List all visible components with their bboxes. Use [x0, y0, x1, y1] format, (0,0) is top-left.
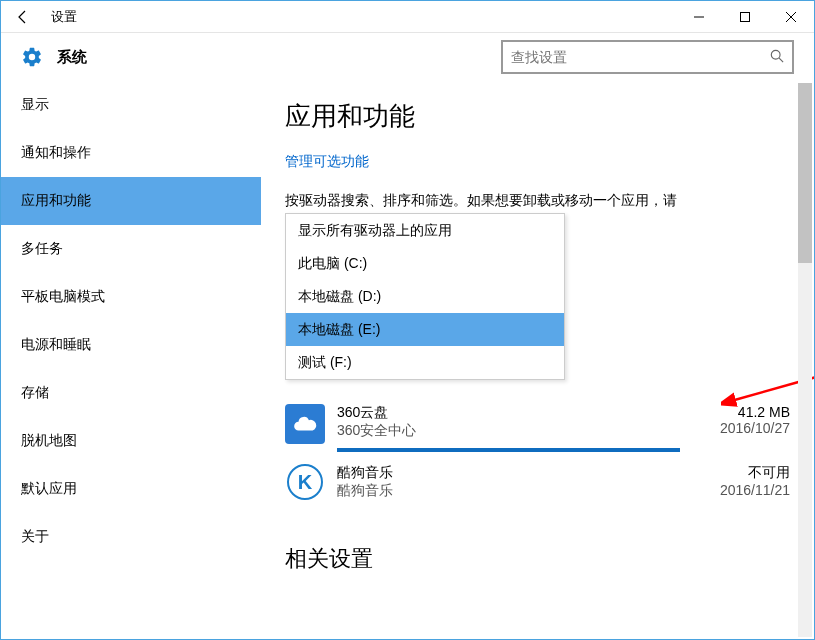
app-name: 360云盘: [337, 404, 720, 422]
close-button[interactable]: [768, 1, 814, 33]
app-date: 2016/11/21: [720, 482, 790, 498]
sidebar-item-tablet[interactable]: 平板电脑模式: [1, 273, 261, 321]
dropdown-option-f[interactable]: 测试 (F:): [286, 346, 564, 379]
dropdown-option-all[interactable]: 显示所有驱动器上的应用: [286, 214, 564, 247]
sidebar-item-multitask[interactable]: 多任务: [1, 225, 261, 273]
app-size: 41.2 MB: [720, 404, 790, 420]
app-icon-kugou: K: [287, 464, 323, 500]
app-row[interactable]: 360云盘 360安全中心 41.2 MB 2016/10/27: [285, 398, 790, 458]
sidebar-item-apps[interactable]: 应用和功能: [1, 177, 261, 225]
app-row[interactable]: K 酷狗音乐 酷狗音乐 不可用 2016/11/21: [285, 458, 790, 514]
page-category: 系统: [57, 48, 87, 67]
titlebar: 设置: [1, 1, 814, 33]
app-date: 2016/10/27: [720, 420, 790, 436]
scrollbar-thumb[interactable]: [798, 83, 812, 263]
search-icon: [770, 49, 784, 66]
drive-filter-dropdown[interactable]: 显示所有驱动器上的应用 此电脑 (C:) 本地磁盘 (D:) 本地磁盘 (E:)…: [285, 213, 565, 380]
sidebar-item-power[interactable]: 电源和睡眠: [1, 321, 261, 369]
subheader: 系统: [1, 33, 814, 81]
app-size: 不可用: [720, 464, 790, 482]
app-name: 酷狗音乐: [337, 464, 720, 482]
scrollbar[interactable]: [798, 83, 812, 637]
sidebar-item-storage[interactable]: 存储: [1, 369, 261, 417]
sidebar-item-about[interactable]: 关于: [1, 513, 261, 561]
svg-line-5: [779, 58, 783, 62]
minimize-button[interactable]: [676, 1, 722, 33]
window-controls: [676, 1, 814, 33]
sidebar-item-display[interactable]: 显示: [1, 81, 261, 129]
app-progress-bar: [337, 448, 680, 452]
maximize-button[interactable]: [722, 1, 768, 33]
window-title: 设置: [51, 8, 77, 26]
related-heading: 相关设置: [285, 544, 790, 574]
sidebar-item-default-apps[interactable]: 默认应用: [1, 465, 261, 513]
sidebar: 显示 通知和操作 应用和功能 多任务 平板电脑模式 电源和睡眠 存储 脱机地图 …: [1, 81, 261, 640]
settings-window: 设置 系统 显示: [0, 0, 815, 640]
back-button[interactable]: [1, 1, 45, 33]
page-heading: 应用和功能: [285, 99, 790, 134]
app-publisher: 酷狗音乐: [337, 482, 720, 500]
sidebar-item-maps[interactable]: 脱机地图: [1, 417, 261, 465]
search-box[interactable]: [501, 40, 794, 74]
app-publisher: 360安全中心: [337, 422, 720, 440]
dropdown-option-c[interactable]: 此电脑 (C:): [286, 247, 564, 280]
filter-description: 按驱动器搜索、排序和筛选。如果想要卸载或移动一个应用，请: [285, 189, 790, 211]
sidebar-item-notifications[interactable]: 通知和操作: [1, 129, 261, 177]
manage-optional-link[interactable]: 管理可选功能: [285, 153, 369, 171]
app-list: 360云盘 360安全中心 41.2 MB 2016/10/27 K 酷狗音乐 …: [285, 398, 790, 514]
svg-rect-1: [741, 12, 750, 21]
gear-icon: [21, 46, 43, 68]
app-icon-cloud: [285, 404, 325, 444]
dropdown-option-e[interactable]: 本地磁盘 (E:): [286, 313, 564, 346]
svg-point-4: [771, 50, 780, 59]
content-pane: 应用和功能 管理可选功能 按驱动器搜索、排序和筛选。如果想要卸载或移动一个应用，…: [261, 81, 814, 640]
search-input[interactable]: [511, 49, 770, 65]
dropdown-option-d[interactable]: 本地磁盘 (D:): [286, 280, 564, 313]
